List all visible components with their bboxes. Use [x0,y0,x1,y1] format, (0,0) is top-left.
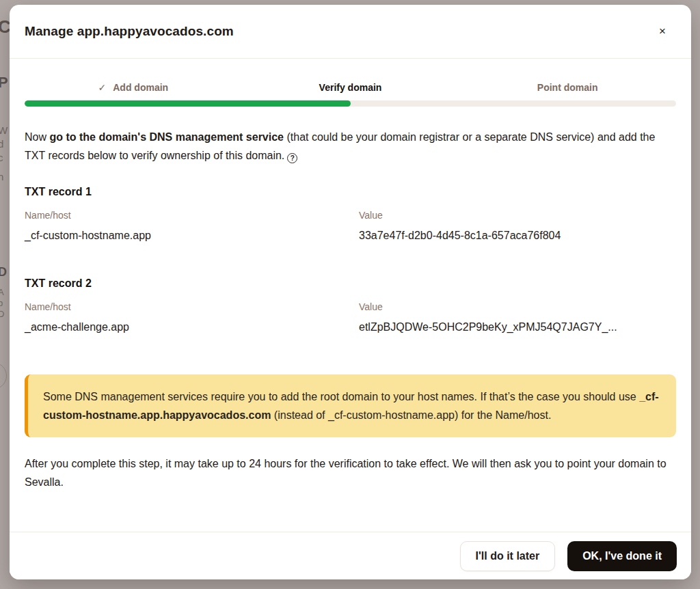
txt-record-2: TXT record 2 Name/host Value _acme-chall… [25,277,676,333]
txt-record-2-title: TXT record 2 [25,277,676,290]
warning-text-end: (instead of _cf-custom-hostname.app) for… [271,409,551,421]
note-text-end: . [60,476,63,488]
background-page-fragment: D [0,309,4,319]
background-page-fragment: d [0,138,3,150]
background-page-fragment: h [0,171,3,182]
instructions-prefix: Now [25,131,49,143]
record-name-value: _acme-challenge.app [25,321,359,333]
note-text: After you complete this step, it may tak… [25,458,667,469]
value-label: Value [359,301,676,312]
dialog-body: Now go to the domain's DNS management se… [10,128,691,491]
dialog-footer: I'll do it later OK, I've done it [10,532,691,579]
instructions-bold: go to the domain's DNS management servic… [49,131,284,143]
step-add-domain: ✓Add domain [25,82,242,93]
sevalla-brand-text: Sevalla [25,476,60,488]
step-label: Add domain [113,82,168,93]
txt-record-1: TXT record 1 Name/host Value _cf-custom-… [25,186,676,242]
do-it-later-button[interactable]: I'll do it later [460,541,556,571]
check-icon: ✓ [98,82,107,93]
record-name-value: _cf-custom-hostname.app [25,230,359,242]
background-page-fragment: D [0,265,7,279]
instructions-text: Now go to the domain's DNS management se… [25,128,676,165]
verification-note: After you complete this step, it may tak… [25,454,676,491]
progress-bar [25,100,676,107]
wizard-steps: ✓Add domain Verify domain Point domain [25,82,676,93]
step-point-domain: Point domain [459,82,676,93]
record-column-headers: Name/host Value [25,210,676,221]
background-page-fragment: A [0,287,4,297]
background-page-fragment: W [0,124,8,136]
record-values: _acme-challenge.app etlZpBJQDWe-5OHC2P9b… [25,321,676,333]
background-page-fragment: P [0,74,8,92]
value-label: Value [359,210,676,221]
step-label: Verify domain [319,82,382,93]
name-host-label: Name/host [25,210,359,221]
dialog-title: Manage app.happyavocados.com [25,24,234,39]
ok-done-button[interactable]: OK, I've done it [567,541,677,571]
warning-text: Some DNS management services require you… [43,391,639,402]
txt-record-1-title: TXT record 1 [25,186,676,198]
dns-root-domain-warning: Some DNS management services require you… [25,374,676,437]
background-circle [0,362,7,389]
record-value-value: etlZpBJQDWe-5OHC2P9beKy_xPMJ54Q7JAG7Y_..… [359,321,676,333]
record-value-value: 33a7e47f-d2b0-4d45-8c1a-657aca76f804 [359,230,676,242]
dialog-header: Manage app.happyavocados.com × [10,5,691,59]
name-host-label: Name/host [25,301,359,312]
close-icon[interactable]: × [653,22,672,41]
help-icon[interactable]: ? [287,153,297,163]
manage-domain-dialog: Manage app.happyavocados.com × ✓Add doma… [10,5,691,579]
background-page-fragment: b [0,298,3,308]
record-column-headers: Name/host Value [25,301,676,312]
progress-fill [25,100,351,107]
step-verify-domain: Verify domain [242,82,459,93]
step-label: Point domain [537,82,598,93]
record-values: _cf-custom-hostname.app 33a7e47f-d2b0-4d… [25,230,676,242]
background-page-fragment: c [0,152,3,163]
